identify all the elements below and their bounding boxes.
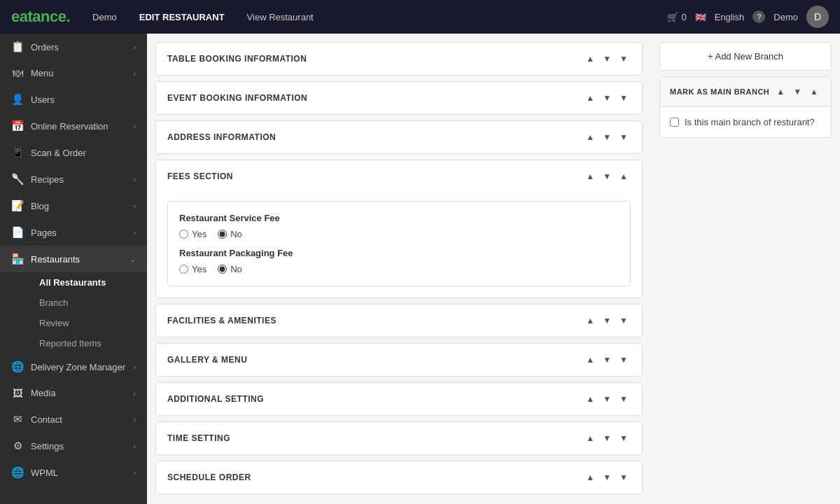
section-time-header[interactable]: TIME SETTING ▲ ▼ ▼ xyxy=(156,422,642,454)
sidebar-item-orders[interactable]: 📋 Orders › xyxy=(0,34,147,60)
facilities-up[interactable]: ▲ xyxy=(583,314,597,327)
gallery-down[interactable]: ▼ xyxy=(600,354,614,366)
facilities-expand[interactable]: ▼ xyxy=(617,314,631,327)
media-icon: 🖼 xyxy=(11,387,24,399)
help-icon[interactable]: ? xyxy=(752,10,765,23)
user-avatar[interactable]: D xyxy=(806,6,829,28)
section-address-header[interactable]: ADDRESS INFORMATION ▲ ▼ ▼ xyxy=(156,121,642,153)
service-fee-no-label: No xyxy=(230,229,242,239)
contact-label: Contact xyxy=(31,414,126,425)
sidebar-item-menu[interactable]: 🍽 Menu › xyxy=(0,60,147,86)
additional-controls: ▲ ▼ ▼ xyxy=(583,393,631,405)
sidebar-item-wpml[interactable]: 🌐 WPML › xyxy=(0,459,147,486)
address-expand[interactable]: ▼ xyxy=(617,131,631,144)
orders-label: Orders xyxy=(31,42,126,52)
section-table-booking-header[interactable]: TABLE BOOKING INFORMATION ▲ ▼ ▼ xyxy=(156,43,642,75)
service-fee-no-radio[interactable] xyxy=(218,230,227,239)
sidebar-item-contact[interactable]: ✉ Contact › xyxy=(0,406,147,433)
schedule-up[interactable]: ▲ xyxy=(583,471,597,484)
contact-icon: ✉ xyxy=(11,413,24,426)
packaging-fee-yes[interactable]: Yes xyxy=(179,264,206,274)
sidebar-item-restaurants[interactable]: 🏪 Restaurants ⌄ xyxy=(0,246,147,272)
section-address: ADDRESS INFORMATION ▲ ▼ ▼ xyxy=(155,120,643,154)
packaging-fee-no-radio[interactable] xyxy=(218,265,227,274)
fees-up[interactable]: ▲ xyxy=(583,170,597,183)
restaurants-icon: 🏪 xyxy=(11,253,24,265)
service-fee-yes-radio[interactable] xyxy=(179,230,188,239)
restaurants-submenu: All Restaurants Branch Review Reported I… xyxy=(0,272,147,354)
main-branch-checkbox[interactable] xyxy=(670,118,679,127)
schedule-expand[interactable]: ▼ xyxy=(617,471,631,484)
event-booking-up[interactable]: ▲ xyxy=(583,92,597,104)
sidebar-item-scan-order[interactable]: 📱 Scan & Order xyxy=(0,139,147,166)
section-additional-header[interactable]: ADDITIONAL SETTING ▲ ▼ ▼ xyxy=(156,383,642,415)
packaging-fee-yes-radio[interactable] xyxy=(179,265,188,274)
table-booking-controls: ▲ ▼ ▼ xyxy=(583,52,631,65)
section-schedule: SCHEDULE ORDER ▲ ▼ ▼ xyxy=(155,461,643,494)
section-fees-header[interactable]: FEES SECTION ▲ ▼ ▲ xyxy=(156,160,642,192)
address-down[interactable]: ▼ xyxy=(600,131,614,144)
time-up[interactable]: ▲ xyxy=(583,432,597,444)
sidebar-item-users[interactable]: 👤 Users xyxy=(0,86,147,113)
additional-down[interactable]: ▼ xyxy=(600,393,614,405)
fees-collapse[interactable]: ▲ xyxy=(617,170,631,183)
logo[interactable]: eatance. xyxy=(11,8,70,26)
main-branch-checkbox-row[interactable]: Is this main branch of resturant? xyxy=(670,117,821,127)
additional-expand[interactable]: ▼ xyxy=(617,393,631,405)
facilities-down[interactable]: ▼ xyxy=(600,314,614,327)
event-booking-expand[interactable]: ▼ xyxy=(617,92,631,104)
time-down[interactable]: ▼ xyxy=(600,432,614,444)
packaging-fee-no[interactable]: No xyxy=(218,264,242,274)
sub-branch[interactable]: Branch xyxy=(31,293,147,313)
nav-demo[interactable]: Demo xyxy=(87,9,122,25)
table-booking-down[interactable]: ▼ xyxy=(600,52,614,65)
add-branch-button[interactable]: + Add New Branch xyxy=(659,42,832,71)
sidebar-item-recipes[interactable]: 🥄 Recipes › xyxy=(0,166,147,192)
cart-icon: 🛒 xyxy=(667,12,678,22)
additional-up[interactable]: ▲ xyxy=(583,393,597,405)
cart[interactable]: 🛒 0 xyxy=(667,12,686,22)
sidebar-item-delivery-zone[interactable]: 🌐 Delivery Zone Manager › xyxy=(0,354,147,380)
sidebar: 📋 Orders › 🍽 Menu › 👤 Users 📅 Online Res… xyxy=(0,34,147,504)
language-label[interactable]: English xyxy=(715,12,745,22)
mark-main-collapse[interactable]: ▲ xyxy=(807,85,821,98)
main-branch-checkbox-label: Is this main branch of resturant? xyxy=(685,117,815,127)
schedule-down[interactable]: ▼ xyxy=(600,471,614,484)
cart-count: 0 xyxy=(681,12,686,22)
layout: 📋 Orders › 🍽 Menu › 👤 Users 📅 Online Res… xyxy=(0,34,840,504)
event-booking-down[interactable]: ▼ xyxy=(600,92,614,104)
fees-down[interactable]: ▼ xyxy=(600,170,614,183)
service-fee-no[interactable]: No xyxy=(218,229,242,239)
sub-review[interactable]: Review xyxy=(31,313,147,333)
packaging-fee-radios: Yes No xyxy=(179,264,619,274)
sidebar-item-media[interactable]: 🖼 Media › xyxy=(0,380,147,406)
gallery-controls: ▲ ▼ ▼ xyxy=(583,354,631,366)
fees-title: FEES SECTION xyxy=(167,172,583,181)
center-panel: TABLE BOOKING INFORMATION ▲ ▼ ▼ EVENT BO… xyxy=(147,34,651,504)
sub-reported-items[interactable]: Reported Items xyxy=(31,333,147,354)
sidebar-item-blog[interactable]: 📝 Blog › xyxy=(0,192,147,219)
nav-view-restaurant[interactable]: View Restaurant xyxy=(241,9,319,25)
mark-main-down[interactable]: ▼ xyxy=(790,85,804,98)
reservation-chevron: › xyxy=(133,122,136,130)
gallery-up[interactable]: ▲ xyxy=(583,354,597,366)
section-gallery-header[interactable]: GALLERY & MENU ▲ ▼ ▼ xyxy=(156,344,642,376)
table-booking-expand[interactable]: ▼ xyxy=(617,52,631,65)
section-schedule-header[interactable]: SCHEDULE ORDER ▲ ▼ ▼ xyxy=(156,461,642,493)
section-event-booking-header[interactable]: EVENT BOOKING INFORMATION ▲ ▼ ▼ xyxy=(156,82,642,114)
nav-edit-restaurant[interactable]: EDIT RESTAURANT xyxy=(134,9,230,25)
sidebar-item-settings[interactable]: ⚙ Settings › xyxy=(0,433,147,459)
fees-body: Restaurant Service Fee Yes No xyxy=(156,192,642,298)
section-facilities-header[interactable]: FACILITIES & AMENITIES ▲ ▼ ▼ xyxy=(156,304,642,337)
address-up[interactable]: ▲ xyxy=(583,131,597,144)
sidebar-item-pages[interactable]: 📄 Pages › xyxy=(0,219,147,246)
media-label: Media xyxy=(31,388,126,398)
mark-main-up[interactable]: ▲ xyxy=(774,85,788,98)
event-booking-controls: ▲ ▼ ▼ xyxy=(583,92,631,104)
sub-all-restaurants[interactable]: All Restaurants xyxy=(31,272,147,293)
table-booking-up[interactable]: ▲ xyxy=(583,52,597,65)
sidebar-item-online-reservation[interactable]: 📅 Online Reservation › xyxy=(0,113,147,139)
service-fee-yes[interactable]: Yes xyxy=(179,229,206,239)
time-expand[interactable]: ▼ xyxy=(617,432,631,444)
gallery-expand[interactable]: ▼ xyxy=(617,354,631,366)
